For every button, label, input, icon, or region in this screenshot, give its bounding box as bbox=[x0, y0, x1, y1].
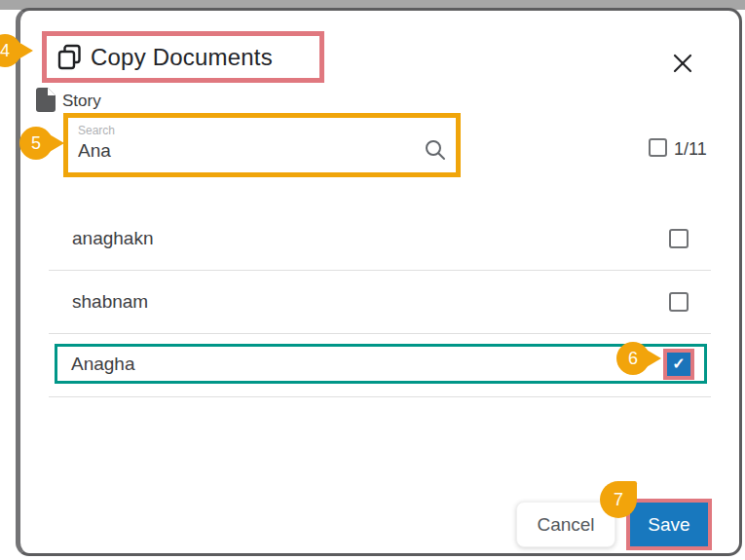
divider bbox=[49, 333, 711, 334]
list-item-checkbox-checked[interactable]: ✓ bbox=[663, 349, 694, 380]
badge-pointer bbox=[645, 349, 661, 368]
badge-number: 7 bbox=[614, 490, 623, 510]
cancel-button[interactable]: Cancel bbox=[516, 502, 615, 547]
search-icon[interactable] bbox=[424, 138, 447, 162]
select-all-checkbox[interactable] bbox=[649, 138, 667, 157]
list-item-checkbox[interactable] bbox=[669, 292, 689, 312]
divider bbox=[49, 396, 711, 397]
list-item-checkbox[interactable] bbox=[669, 229, 689, 248]
list-item-label: shabnam bbox=[72, 291, 148, 313]
list-item-label: anaghakn bbox=[72, 228, 153, 249]
annotation-badge-7: 7 bbox=[600, 481, 637, 518]
dialog-title: Copy Documents bbox=[91, 44, 273, 71]
list-item-label: Anagha bbox=[71, 354, 135, 375]
checkmark-icon: ✓ bbox=[672, 356, 685, 372]
document-icon bbox=[35, 87, 56, 113]
selection-counter: 1/11 bbox=[674, 139, 707, 160]
close-button[interactable] bbox=[668, 49, 697, 78]
annotation-badge-5: 5 bbox=[19, 127, 53, 160]
annotation-badge-6: 6 bbox=[616, 342, 650, 375]
badge-number: 5 bbox=[31, 133, 41, 154]
list-item[interactable]: anaghakn bbox=[49, 206, 711, 270]
close-icon bbox=[672, 53, 693, 74]
list-item[interactable]: shabnam bbox=[49, 270, 711, 333]
search-field-label: Search bbox=[78, 123, 446, 138]
save-button[interactable]: Save bbox=[630, 503, 708, 546]
annotation-box-save: Save bbox=[626, 499, 712, 550]
screen: Copy Documents Story Search bbox=[0, 0, 745, 560]
doc-type-row: Story bbox=[35, 87, 101, 113]
badge-pointer bbox=[48, 133, 64, 153]
annotation-box-selected-row[interactable]: Anagha ✓ bbox=[55, 344, 707, 384]
badge-number: 4 bbox=[0, 41, 10, 61]
search-input[interactable] bbox=[78, 140, 409, 162]
copy-icon bbox=[56, 44, 83, 71]
annotation-box-title: Copy Documents bbox=[42, 31, 324, 83]
badge-pointer bbox=[17, 41, 33, 60]
annotation-box-search: Search bbox=[63, 113, 461, 177]
badge-number: 6 bbox=[628, 349, 638, 369]
doc-type-label: Story bbox=[62, 90, 101, 113]
